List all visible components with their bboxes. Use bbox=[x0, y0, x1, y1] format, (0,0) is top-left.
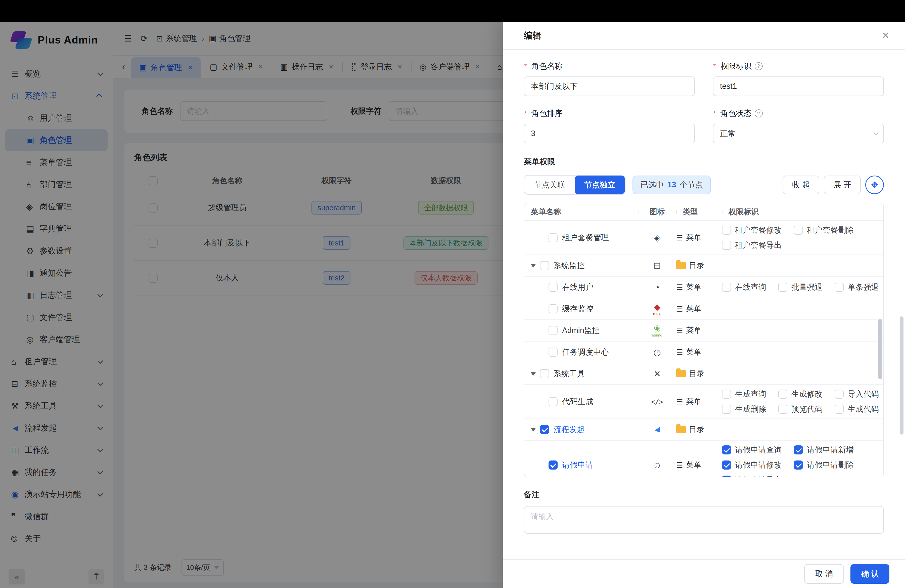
permission-checkbox[interactable] bbox=[722, 475, 731, 477]
tree-row[interactable]: 流程发起 目录 bbox=[524, 419, 883, 441]
permission-checkbox[interactable] bbox=[722, 226, 731, 235]
node-checkbox[interactable] bbox=[549, 304, 557, 313]
permission-checkbox[interactable] bbox=[722, 389, 731, 399]
tree-column-icon: 图标 bbox=[638, 207, 676, 217]
drawer-header: 编辑 ✕ bbox=[503, 22, 905, 50]
permission-checkbox[interactable] bbox=[778, 405, 788, 414]
permission-option[interactable]: 批量强退 bbox=[778, 282, 822, 292]
collapse-all-button[interactable]: 收 起 bbox=[783, 176, 819, 194]
tree-row[interactable]: 租户套餐管理 菜单 bbox=[524, 221, 883, 255]
tree-row[interactable]: 请假申请 菜单 bbox=[524, 441, 883, 477]
node-checkbox[interactable] bbox=[540, 369, 549, 378]
caret-down-icon[interactable] bbox=[530, 264, 536, 268]
tree-row[interactable]: 任务调度中心 菜单 bbox=[524, 342, 883, 363]
caret-down-icon[interactable] bbox=[530, 428, 536, 432]
permission-checkbox[interactable] bbox=[722, 241, 731, 250]
segment-node-linked[interactable]: 节点关联 bbox=[524, 176, 575, 194]
segment-node-independent[interactable]: 节点独立 bbox=[575, 176, 625, 194]
permission-option[interactable]: 生成修改 bbox=[778, 389, 822, 399]
node-checkbox[interactable] bbox=[549, 397, 557, 406]
caret-down-icon[interactable] bbox=[530, 372, 536, 376]
node-label: 缓存监控 bbox=[562, 304, 593, 314]
node-checkbox[interactable] bbox=[540, 425, 549, 434]
vscode-icon bbox=[653, 425, 661, 434]
node-checkbox[interactable] bbox=[549, 348, 557, 357]
permission-checkbox[interactable] bbox=[722, 461, 731, 470]
permission-option[interactable]: 生成查询 bbox=[722, 389, 766, 399]
tree-column-perm-key: 权限标识 bbox=[722, 207, 883, 217]
permission-checkbox[interactable] bbox=[794, 461, 803, 470]
chevron-down-icon bbox=[873, 130, 878, 135]
permission-option[interactable]: 导入代码 bbox=[835, 389, 879, 399]
cancel-button[interactable]: 取 消 bbox=[804, 564, 844, 584]
package-icon bbox=[654, 234, 660, 242]
node-label: 请假申请 bbox=[562, 460, 593, 470]
folder-icon bbox=[676, 370, 686, 377]
role-name-field[interactable] bbox=[524, 76, 695, 96]
help-icon[interactable] bbox=[755, 110, 763, 118]
permission-option[interactable]: 请假申请新增 bbox=[794, 445, 854, 455]
node-checkbox[interactable] bbox=[549, 326, 557, 335]
node-checkbox[interactable] bbox=[549, 283, 557, 292]
permission-checkbox[interactable] bbox=[835, 405, 844, 414]
menu-type-icon bbox=[676, 283, 683, 292]
permission-option[interactable]: 在线查询 bbox=[722, 282, 766, 292]
menu-type-icon bbox=[676, 397, 683, 406]
menu-perm-tree: 菜单名称 图标 类型 权限标识 租户套餐管理 bbox=[524, 203, 884, 477]
node-checkbox[interactable] bbox=[549, 461, 557, 470]
perm-key-field[interactable] bbox=[713, 76, 884, 96]
permission-option[interactable]: 请假申请导出 bbox=[722, 475, 782, 477]
remark-label: 备注 bbox=[524, 489, 884, 500]
permission-option[interactable]: 租户套餐修改 bbox=[722, 225, 782, 235]
permission-checkbox[interactable] bbox=[778, 283, 788, 292]
fullscreen-icon[interactable] bbox=[865, 176, 884, 194]
permission-checkbox[interactable] bbox=[722, 445, 731, 455]
tree-scrollbar-thumb[interactable] bbox=[878, 319, 882, 379]
menu-type-icon bbox=[676, 461, 683, 470]
tree-row[interactable]: Admin监控 菜单 bbox=[524, 320, 883, 342]
permission-option[interactable]: 单条强退 bbox=[835, 282, 879, 292]
permission-option[interactable]: 生成代码 bbox=[835, 404, 879, 415]
permission-checkbox[interactable] bbox=[835, 283, 844, 292]
permission-option[interactable]: 请假申请修改 bbox=[722, 460, 782, 470]
close-drawer-icon[interactable]: ✕ bbox=[882, 30, 889, 41]
confirm-button[interactable]: 确 认 bbox=[851, 564, 889, 584]
leave-user-icon bbox=[653, 461, 662, 469]
spring-icon bbox=[652, 324, 662, 337]
help-icon[interactable] bbox=[755, 62, 763, 70]
permission-checkbox[interactable] bbox=[722, 283, 731, 292]
required-asterisk bbox=[713, 62, 718, 71]
tree-row[interactable]: 缓存监控 菜单 bbox=[524, 298, 883, 320]
permission-checkbox[interactable] bbox=[835, 389, 844, 399]
permission-checkbox[interactable] bbox=[778, 389, 788, 399]
permission-option[interactable]: 预览代码 bbox=[778, 404, 822, 415]
tree-column-type: 类型 bbox=[676, 207, 722, 217]
tree-header: 菜单名称 图标 类型 权限标识 bbox=[524, 203, 883, 221]
field-role-name: 角色名称 bbox=[524, 61, 695, 96]
role-sort-field[interactable] bbox=[524, 124, 695, 143]
tree-row[interactable]: 系统监控 目录 bbox=[524, 255, 883, 277]
field-perm-key: 权限标识 bbox=[713, 61, 884, 96]
drawer-scrollbar-thumb[interactable] bbox=[900, 316, 903, 435]
remark-textarea[interactable] bbox=[524, 506, 884, 534]
menu-perm-section-label: 菜单权限 bbox=[524, 156, 884, 167]
permission-option[interactable]: 生成删除 bbox=[722, 404, 766, 415]
permission-option[interactable]: 租户套餐导出 bbox=[722, 240, 782, 251]
tree-row[interactable]: 系统工具 目录 bbox=[524, 363, 883, 385]
permission-checkbox[interactable] bbox=[722, 405, 731, 414]
permission-option[interactable]: 请假申请删除 bbox=[794, 460, 854, 470]
permission-option[interactable]: 请假申请查询 bbox=[722, 445, 782, 455]
permission-checkbox[interactable] bbox=[794, 445, 803, 455]
selected-count: 13 bbox=[667, 180, 676, 189]
node-label: 代码生成 bbox=[562, 396, 593, 407]
folder-icon bbox=[676, 426, 686, 433]
tree-row[interactable]: 在线用户 菜单 bbox=[524, 277, 883, 298]
tree-row[interactable]: 代码生成 菜单 bbox=[524, 385, 883, 419]
permission-option[interactable]: 租户套餐删除 bbox=[794, 225, 854, 235]
node-checkbox[interactable] bbox=[549, 233, 557, 242]
expand-all-button[interactable]: 展 开 bbox=[824, 176, 861, 194]
role-status-select[interactable]: 正常 bbox=[713, 124, 884, 143]
permission-checkbox[interactable] bbox=[794, 226, 803, 235]
node-checkbox[interactable] bbox=[540, 261, 549, 270]
tools-icon bbox=[654, 369, 661, 378]
